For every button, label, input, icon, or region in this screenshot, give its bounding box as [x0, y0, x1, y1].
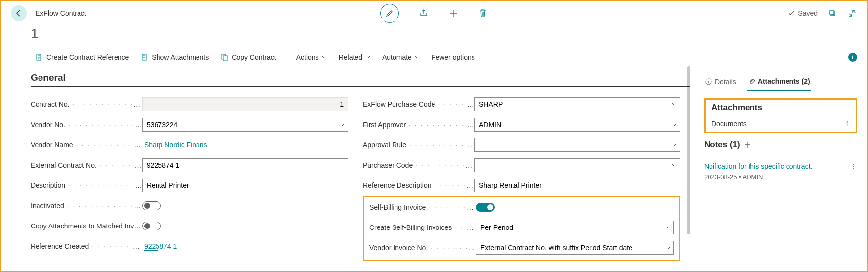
label-inactivated: Inactivated: [31, 202, 142, 210]
main-area: General Contract No. Vendor No. Vendor N…: [1, 70, 867, 261]
content: General Contract No. Vendor No. Vendor N…: [31, 74, 690, 261]
popout-button[interactable]: [828, 8, 837, 18]
separator: [286, 51, 286, 63]
factbox: Details Attachments (2) Attachments Docu…: [704, 74, 857, 261]
factbox-attachments-heading: Attachments: [711, 103, 850, 113]
input-create-self-billing-invoices[interactable]: [476, 221, 674, 234]
label-copy-attachments: Copy Attachments to Matched Invo...: [31, 222, 142, 230]
popout-icon: [829, 9, 836, 17]
input-first-approver[interactable]: [474, 118, 680, 132]
toggle-self-billing-invoice[interactable]: [476, 203, 495, 212]
check-icon: [788, 10, 795, 17]
label-vendor-no: Vendor No.: [31, 121, 142, 129]
toggle-inactivated[interactable]: [142, 201, 161, 210]
collapse-icon: [848, 9, 856, 17]
back-button[interactable]: [11, 5, 27, 21]
field-vendor-invoice-no: Vendor Invoice No.: [369, 241, 674, 255]
note-menu-button[interactable]: ⋮: [850, 162, 857, 170]
field-vendor-name: Vendor Name Sharp Nordic Finans: [31, 138, 348, 152]
new-button[interactable]: [448, 8, 458, 18]
label-purchaser-code: Purchaser Code: [363, 161, 474, 169]
label-reference-created: Reference Created: [31, 242, 142, 250]
field-copy-attachments: Copy Attachments to Matched Invo...: [31, 219, 348, 233]
label-contract-no: Contract No.: [31, 100, 142, 108]
share-button[interactable]: [419, 8, 429, 18]
input-approval-rule[interactable]: [474, 138, 680, 152]
link-reference-created[interactable]: 9225874 1: [142, 242, 177, 250]
label-vendor-invoice-no: Vendor Invoice No.: [369, 244, 476, 252]
plus-icon: [449, 9, 458, 18]
chevron-down-icon: [365, 55, 370, 60]
trash-icon: [479, 9, 487, 18]
link-vendor-name[interactable]: Sharp Nordic Finans: [142, 141, 207, 149]
action-related-menu[interactable]: Related: [334, 50, 375, 64]
toggle-copy-attachments[interactable]: [142, 222, 161, 230]
label-vendor-name: Vendor Name: [31, 141, 142, 149]
page-title: ExFlow Contract: [36, 9, 86, 17]
label-purchase-code: ExFlow Purchase Code: [363, 100, 474, 108]
attachment-icon: [141, 53, 149, 61]
arrow-left-icon: [15, 9, 23, 17]
field-first-approver: First Approver: [363, 118, 680, 132]
chevron-down-icon: [415, 55, 420, 60]
tab-details[interactable]: Details: [704, 74, 737, 91]
share-icon: [419, 9, 428, 18]
field-contract-no: Contract No.: [31, 97, 348, 111]
input-reference-description[interactable]: [474, 179, 680, 192]
field-approval-rule: Approval Rule: [363, 138, 680, 152]
label-first-approver: First Approver: [363, 121, 474, 129]
input-description[interactable]: [142, 179, 348, 192]
doc-ref-icon: [36, 53, 43, 61]
input-purchase-code[interactable]: [474, 97, 680, 111]
general-right-column: ExFlow Purchase Code First Approver Appr…: [363, 74, 680, 261]
field-vendor-no: Vendor No.: [31, 118, 348, 132]
paperclip-icon: [748, 78, 755, 85]
plus-icon: [744, 141, 751, 148]
input-external-contract-no[interactable]: [142, 158, 348, 172]
edit-button[interactable]: [380, 4, 399, 23]
record-number: 1: [1, 26, 867, 46]
note-title-link[interactable]: Noification for this specific contract.: [704, 162, 857, 170]
add-note-button[interactable]: [744, 141, 751, 148]
action-actions-menu[interactable]: Actions: [291, 50, 332, 64]
action-bar-right: i: [848, 53, 857, 62]
saved-indicator: Saved: [788, 9, 818, 17]
field-description: Description: [31, 179, 348, 192]
input-vendor-invoice-no[interactable]: [476, 241, 674, 255]
collapse-button[interactable]: [847, 8, 857, 18]
copy-icon: [221, 53, 229, 61]
field-inactivated: Inactivated: [31, 199, 348, 213]
page-header: ExFlow Contract Saved: [1, 1, 867, 26]
label-self-billing-invoice: Self-Billing Invoice: [369, 203, 476, 211]
scrollbar[interactable]: [687, 66, 690, 234]
highlight-attachments-block: Attachments Documents 1: [704, 98, 857, 133]
field-purchase-code: ExFlow Purchase Code: [363, 97, 680, 111]
info-button[interactable]: i: [848, 53, 857, 62]
action-create-contract-reference[interactable]: Create Contract Reference: [31, 50, 134, 64]
delete-button[interactable]: [478, 8, 488, 18]
header-center-actions: [380, 4, 488, 23]
svg-rect-3: [223, 56, 227, 61]
action-copy-contract[interactable]: Copy Contract: [216, 50, 280, 64]
label-reference-description: Reference Description: [363, 181, 474, 189]
action-bar: Create Contract Reference Show Attachmen…: [31, 46, 857, 68]
action-fewer-options[interactable]: Fewer options: [427, 50, 480, 64]
input-contract-no[interactable]: [142, 97, 348, 111]
factbox-tabs: Details Attachments (2): [704, 74, 857, 91]
input-vendor-no[interactable]: [142, 118, 348, 132]
action-show-attachments[interactable]: Show Attachments: [136, 50, 214, 64]
label-create-self-billing-invoices: Create Self-Billing Invoices: [369, 224, 476, 231]
note-item: Noification for this specific contract. …: [704, 162, 857, 181]
input-purchaser-code[interactable]: [474, 158, 680, 172]
field-external-contract-no: External Contract No.: [31, 158, 348, 172]
action-automate-menu[interactable]: Automate: [377, 50, 425, 64]
tab-attachments[interactable]: Attachments (2): [747, 74, 811, 91]
section-header-general[interactable]: General: [31, 72, 690, 87]
factbox-documents-row[interactable]: Documents 1: [711, 118, 850, 128]
field-purchaser-code: Purchaser Code: [363, 158, 680, 172]
note-meta: 2023-08-25 • ADMIN: [704, 173, 857, 181]
label-description: Description: [31, 181, 142, 189]
field-self-billing-invoice: Self-Billing Invoice: [369, 200, 674, 214]
general-left-column: General Contract No. Vendor No. Vendor N…: [31, 74, 348, 261]
chevron-down-icon: [322, 55, 327, 60]
